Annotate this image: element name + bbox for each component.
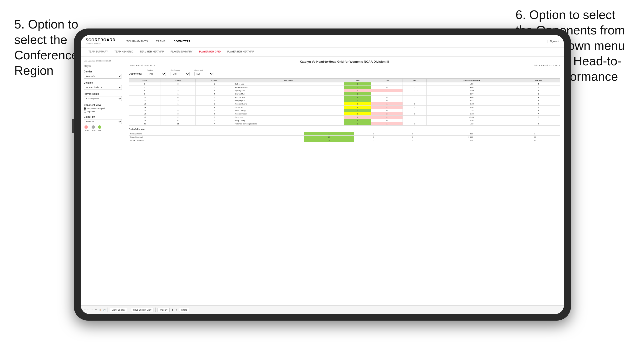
toolbar-share[interactable]: Share [179,308,189,312]
td-loss: 0 [371,119,402,122]
td-div: 15 [129,109,161,112]
table-row: 10 6 3 Andrea York 2 0 4.00 4 [129,96,560,99]
colour-dot-down [84,125,88,129]
td-conf: 4 [195,92,234,96]
th-win: Win [344,79,371,82]
toolbar-undo2-icon[interactable]: ↩ [91,309,93,311]
sub-nav-player-h2h-heatmap[interactable]: PLAYER H2H HEATMAP [224,47,257,56]
td-conf: 6 [195,119,234,122]
tablet: SCOREBOARD Powered by clippd TOURNAMENTS… [74,28,571,321]
td-win: 1 [344,109,371,112]
division-select[interactable]: NCAA Division III [84,85,122,90]
conference-filter-group: Conference (All) [170,69,190,76]
td-diff: 0.38 [426,106,517,109]
toolbar-watch[interactable]: Watch ▾ [158,308,170,312]
td-rounds: 7 [517,112,560,116]
radio-label-top100: Top 100 [87,110,95,113]
table-row: 15 8 5 Stella Cheng 1 0 1.25 4 [129,109,560,112]
td-win: 1 [344,86,371,89]
colour-label-level: Level [91,130,96,132]
toolbar-undo-icon[interactable]: ↩ [84,309,86,311]
toolbar-save-custom-view[interactable]: Save Custom View [131,308,154,312]
h2h-table: # Div # Reg # Conf Opponent Win Loss Tie… [129,78,560,126]
logo: SCOREBOARD Powered by clippd [86,38,116,44]
td-loss: 2 [371,112,402,116]
colour-dot-level [92,125,95,129]
td-tie [402,82,426,86]
nav-separator: | [547,40,548,43]
sign-out-link[interactable]: Sign out [550,40,559,43]
ood-td-rounds: 2 [510,132,560,136]
td-conf: 4 [195,106,234,109]
toolbar-redo-icon[interactable]: ↪ [88,309,90,311]
toolbar-view-original[interactable]: View: Original [110,308,127,312]
sub-nav-team-h2h-heatmap[interactable]: TEAM H2H HEATMAP [137,47,167,56]
sub-nav-team-h2h-grid[interactable]: TEAM H2H GRID [112,47,136,56]
table-row: 6 3 3 Sydney Kuo 0 1 0 -1.00 3 [129,89,560,92]
radio-opponents-played[interactable]: Opponents Played [84,107,122,110]
sub-nav-player-h2h-grid[interactable]: PLAYER H2H GRID [196,47,224,56]
td-rounds: 4 [517,96,560,99]
nav-committee[interactable]: COMMITTEE [170,38,194,44]
opponent-filter-label: Opponent [194,69,214,71]
nav-tournaments[interactable]: TOURNAMENTS [123,38,152,44]
td-loss: 0 [371,86,402,89]
td-diff: -1.00 [426,89,517,92]
gender-select[interactable]: Women's [84,74,122,79]
table-row: 14 7 4 Eunice Yi 2 2 0 0.38 9 [129,106,560,109]
colour-by-select[interactable]: Win/loss [84,119,122,124]
td-tie [402,92,426,96]
td-conf: 7 [195,122,234,126]
toolbar-separator-3 [155,308,156,312]
th-conf: # Conf [195,79,234,82]
ood-td-diff: 7.400 [432,139,510,142]
filter-row: Opponents: Region (All) Conference (All) [129,69,560,76]
td-win: 2 [344,106,371,109]
td-opponent: Heejo Hyun [234,99,344,102]
sidebar-gender-section: Gender Women's [84,70,122,79]
td-tie [402,96,426,99]
ood-td-win: 5 [304,139,354,142]
td-diff: 3.67 [426,92,517,96]
td-conf: 5 [195,109,234,112]
td-loss: 1 [371,89,402,92]
td-rounds: 9 [517,106,560,109]
sub-nav-team-summary[interactable]: TEAM SUMMARY [86,47,111,56]
region-filter-select[interactable]: (All) [147,72,166,76]
toolbar-paste-icon[interactable]: 📋 [98,309,101,311]
td-opponent: Federica Domecq Lacroze [234,122,344,126]
th-rounds: Rounds [517,79,560,82]
toolbar-clock-icon[interactable]: 🕐 [103,309,106,311]
toolbar-export-icon: ⬇ [175,309,177,311]
td-loss: 0 [371,96,402,99]
conference-filter-select[interactable]: (All) [170,72,190,76]
td-tie: 0 [402,106,426,109]
td-tie: 0 [402,86,426,89]
td-opponent: Jessica Mason [234,112,344,116]
td-diff: 1.33 [426,122,517,126]
opponent-filter-select[interactable]: (All) [194,72,214,76]
toolbar-separator-2 [129,308,129,312]
toolbar-copy-icon[interactable]: ⧉ [95,309,96,311]
td-reg: 2 [160,99,195,102]
th-div: # Div [129,79,161,82]
td-conf: 6 [195,112,234,116]
td-rounds: 2 [517,102,560,106]
page-title: Katelyn Vo Head-to-Head Grid for Women's… [129,60,560,63]
td-rounds: 6 [517,122,560,126]
app-container: SCOREBOARD Powered by clippd TOURNAMENTS… [81,35,564,314]
sidebar-division-label: Division [84,81,122,84]
radio-top100[interactable]: Top 100 [84,110,122,113]
td-tie: 0 [402,122,426,126]
td-div: 3 [129,82,161,86]
nav-teams[interactable]: TEAMS [152,38,170,44]
ood-td-diff: 9.267 [432,136,510,139]
player-rank-select[interactable]: 8. Katelyn Vo [84,96,122,101]
td-div: 20 [129,122,161,126]
td-rounds: 4 [517,109,560,112]
ood-td-rounds: 30 [510,136,560,139]
td-opponent: Eunice Yi [234,106,344,109]
sub-nav-player-summary[interactable]: PLAYER SUMMARY [168,47,195,56]
sidebar-colour-by-label: Colour by [84,116,122,118]
td-conf: 2 [195,86,234,89]
